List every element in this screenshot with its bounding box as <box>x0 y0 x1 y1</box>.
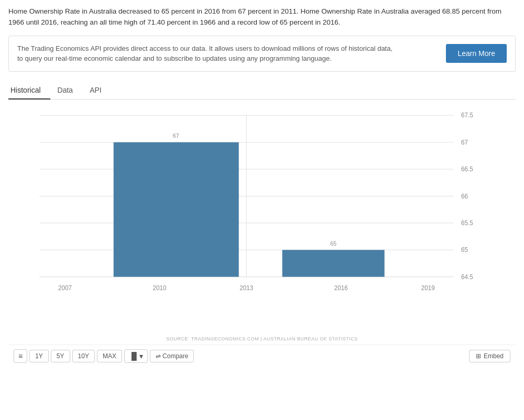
svg-text:67: 67 <box>461 138 468 146</box>
api-banner-text: The Trading Economics API provides direc… <box>17 43 395 64</box>
svg-text:66: 66 <box>461 192 468 200</box>
tab-api[interactable]: API <box>88 82 111 100</box>
chart-source: SOURCE: TRADINGECONOMICS.COM | AUSTRALIA… <box>8 336 516 341</box>
10y-button[interactable]: 10Y <box>72 350 95 362</box>
svg-text:2007: 2007 <box>58 284 72 292</box>
chart-area: 64.5 65 65.5 66 66.5 67 67.5 2007 2010 2… <box>8 105 516 335</box>
svg-text:67: 67 <box>173 132 179 139</box>
chart-type-button[interactable]: ▐▌▾ <box>124 349 148 363</box>
list-button[interactable]: ≡ <box>14 349 27 363</box>
tab-data[interactable]: Data <box>56 82 83 100</box>
embed-icon: ⊞ <box>476 352 481 360</box>
chart-toolbar: ≡ 1Y 5Y 10Y MAX ▐▌▾ ⇌ Compare ⊞ Embed <box>8 345 516 367</box>
compare-label: Compare <box>162 352 188 360</box>
svg-text:65: 65 <box>330 240 336 247</box>
svg-text:2016: 2016 <box>334 284 348 292</box>
compare-icon: ⇌ <box>156 352 161 360</box>
max-button[interactable]: MAX <box>97 350 122 362</box>
svg-text:2013: 2013 <box>239 284 253 292</box>
bar-2016 <box>282 250 385 277</box>
tab-historical[interactable]: Historical <box>8 82 50 100</box>
learn-more-button[interactable]: Learn More <box>446 44 507 63</box>
embed-label: Embed <box>484 352 504 360</box>
embed-button[interactable]: ⊞ Embed <box>469 350 510 362</box>
svg-text:65: 65 <box>461 246 468 253</box>
svg-text:65.5: 65.5 <box>461 219 473 227</box>
bar-2011 <box>114 142 239 277</box>
svg-text:67.5: 67.5 <box>461 112 473 119</box>
description-text: Home Ownership Rate in Australia decreas… <box>8 6 516 28</box>
svg-text:2019: 2019 <box>421 284 435 292</box>
svg-text:2010: 2010 <box>153 284 167 292</box>
svg-text:66.5: 66.5 <box>461 165 473 173</box>
1y-button[interactable]: 1Y <box>29 350 49 362</box>
svg-text:64.5: 64.5 <box>461 273 473 280</box>
bar-chart: 64.5 65 65.5 66 66.5 67 67.5 2007 2010 2… <box>24 110 484 304</box>
api-banner: The Trading Economics API provides direc… <box>8 36 516 72</box>
tabs-nav: Historical Data API <box>8 81 516 100</box>
compare-button[interactable]: ⇌ Compare <box>150 350 194 362</box>
5y-button[interactable]: 5Y <box>51 350 70 362</box>
